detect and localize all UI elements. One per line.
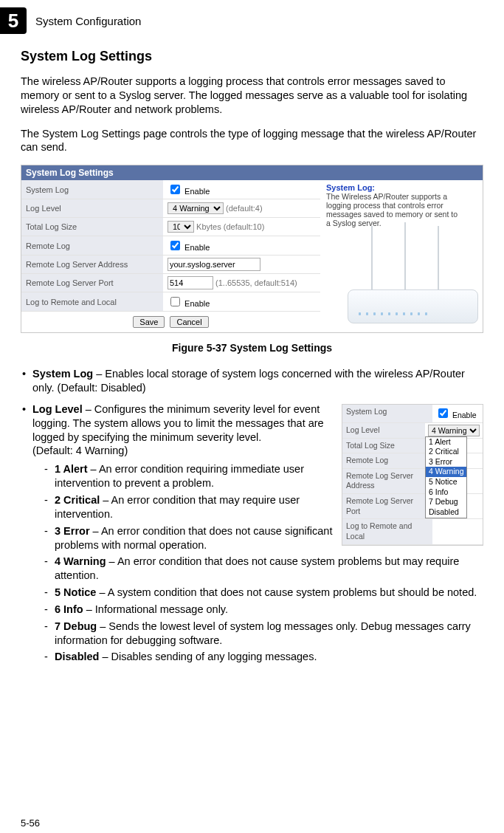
dash-term: 2 Critical bbox=[55, 494, 100, 506]
button-row: Save Cancel bbox=[21, 312, 320, 332]
term-log-level: Log Level bbox=[32, 403, 83, 415]
bullet-system-log: System Log – Enables local storage of sy… bbox=[21, 367, 483, 395]
suffix-total-log-size: Kbytes (default:10) bbox=[196, 222, 264, 231]
suffix-log-level: (default:4) bbox=[226, 204, 263, 213]
enable-label: Enable bbox=[184, 187, 210, 196]
label-remote-log: Remote Log bbox=[21, 236, 163, 256]
dropdown-option[interactable]: 1 Alert bbox=[426, 437, 466, 448]
dash-desc: – Sends the lowest level of system log m… bbox=[55, 620, 471, 646]
dropdown-option[interactable]: 4 Warning bbox=[426, 467, 466, 477]
desc-system-log: – Enables local storage of system logs c… bbox=[32, 368, 465, 394]
chapter-title: System Configuration bbox=[35, 15, 141, 27]
router-illustration bbox=[334, 224, 478, 328]
term-system-log: System Log bbox=[32, 368, 93, 380]
dash-term: 7 Debug bbox=[55, 620, 97, 632]
dropdown-option[interactable]: 2 Critical bbox=[426, 447, 466, 457]
help-text: The Wireless AP/Router supports a loggin… bbox=[326, 192, 463, 227]
mini-label-total-log-size: Total Log Size bbox=[342, 439, 432, 453]
dash-term: 4 Warning bbox=[55, 555, 106, 567]
dash-term: 6 Info bbox=[55, 603, 83, 615]
bullet-log-level: System Log Enable Log Level 4 Warning 1 … bbox=[21, 402, 483, 667]
system-log-settings-panel: System Log Settings System Log Enable Lo… bbox=[21, 165, 483, 333]
dash-item: 5 Notice – A system condition that does … bbox=[44, 586, 483, 600]
checkbox-remote-log[interactable] bbox=[170, 241, 180, 250]
select-total-log-size[interactable]: 10 bbox=[168, 221, 194, 233]
enable-label: Enable bbox=[184, 299, 210, 308]
label-remote-port: Remote Log Server Port bbox=[21, 274, 163, 292]
dash-desc: – A system condition that does not cause… bbox=[96, 586, 477, 598]
dash-desc: – An error condition that does not cause… bbox=[55, 525, 332, 551]
dash-item: 6 Info – Informational message only. bbox=[44, 603, 483, 617]
row-total-log-size: Total Log Size 10 Kbytes (default:10) bbox=[21, 218, 320, 236]
help-title: System Log: bbox=[326, 183, 463, 192]
mini-select-log-level[interactable]: 4 Warning bbox=[428, 425, 480, 436]
suffix-remote-port: (1..65535, default:514) bbox=[215, 278, 297, 287]
intro-paragraph-1: The wireless AP/Router supports a loggin… bbox=[21, 75, 483, 117]
mini-label-log-level: Log Level bbox=[342, 423, 425, 438]
dash-item: 7 Debug – Sends the lowest level of syst… bbox=[44, 620, 483, 648]
row-log-level: Log Level 4 Warning (default:4) bbox=[21, 199, 320, 218]
mini-enable-label: Enable bbox=[452, 411, 477, 419]
dash-item: 3 Error – An error condition that does n… bbox=[44, 524, 483, 552]
panel-title: System Log Settings bbox=[21, 165, 483, 180]
dash-desc: – An error condition requiring immediate… bbox=[55, 463, 304, 489]
dash-desc: – Informational message only. bbox=[83, 603, 228, 615]
label-log-level: Log Level bbox=[21, 199, 163, 218]
dropdown-option[interactable]: Disabled bbox=[426, 507, 466, 518]
dash-item: 2 Critical – An error condition that may… bbox=[44, 493, 483, 521]
row-remote-log: Remote Log Enable bbox=[21, 236, 320, 256]
dropdown-option[interactable]: 5 Notice bbox=[426, 477, 466, 487]
dropdown-option[interactable]: 6 Info bbox=[426, 487, 466, 498]
mini-label-system-log: System Log bbox=[342, 405, 432, 422]
select-log-level[interactable]: 4 Warning bbox=[168, 202, 224, 214]
mini-checkbox-system-log[interactable] bbox=[438, 408, 448, 418]
mini-dropdown-list[interactable]: 1 Alert2 Critical3 Error4 Warning5 Notic… bbox=[425, 436, 467, 518]
input-remote-port[interactable] bbox=[168, 276, 213, 289]
page-number: 5-56 bbox=[21, 817, 40, 829]
label-system-log: System Log bbox=[21, 180, 163, 199]
dash-term: 3 Error bbox=[55, 525, 90, 537]
dropdown-option[interactable]: 7 Debug bbox=[426, 497, 466, 507]
enable-label: Enable bbox=[184, 243, 210, 252]
cancel-button[interactable]: Cancel bbox=[170, 316, 208, 328]
label-remote-addr: Remote Log Server Address bbox=[21, 256, 163, 274]
dash-item: 1 Alert – An error condition requiring i… bbox=[44, 462, 483, 490]
save-button[interactable]: Save bbox=[133, 316, 165, 328]
row-remote-addr: Remote Log Server Address bbox=[21, 256, 320, 274]
input-remote-addr[interactable] bbox=[168, 258, 260, 271]
label-total-log-size: Total Log Size bbox=[21, 218, 163, 236]
section-heading: System Log Settings bbox=[21, 49, 483, 64]
row-log-both: Log to Remote and Local Enable bbox=[21, 292, 320, 312]
chapter-number-badge: 5 bbox=[0, 7, 27, 34]
row-remote-port: Remote Log Server Port (1..65535, defaul… bbox=[21, 274, 320, 292]
dash-term: 5 Notice bbox=[55, 586, 96, 598]
dash-term: 1 Alert bbox=[55, 463, 88, 475]
dash-desc: – Disables sending of any logging messag… bbox=[99, 651, 317, 662]
checkbox-log-both[interactable] bbox=[170, 297, 180, 306]
label-log-both: Log to Remote and Local bbox=[21, 292, 163, 312]
default-log-level: (Default: 4 Warning) bbox=[32, 445, 128, 456]
intro-paragraph-2: The System Log Settings page controls th… bbox=[21, 127, 483, 155]
dash-desc: – An error condition that does not cause… bbox=[55, 555, 459, 581]
figure-caption: Figure 5-37 System Log Settings bbox=[21, 342, 483, 354]
dash-item: Disabled – Disables sending of any loggi… bbox=[44, 650, 483, 664]
settings-table: System Log Enable Log Level 4 Warning (d… bbox=[21, 180, 320, 312]
checkbox-system-log[interactable] bbox=[170, 185, 180, 194]
page-header: 5 System Configuration bbox=[21, 7, 483, 34]
dash-item: 4 Warning – An error condition that does… bbox=[44, 555, 483, 583]
row-system-log: System Log Enable bbox=[21, 180, 320, 199]
dropdown-option[interactable]: 3 Error bbox=[426, 457, 466, 467]
dash-term: Disabled bbox=[55, 651, 99, 662]
